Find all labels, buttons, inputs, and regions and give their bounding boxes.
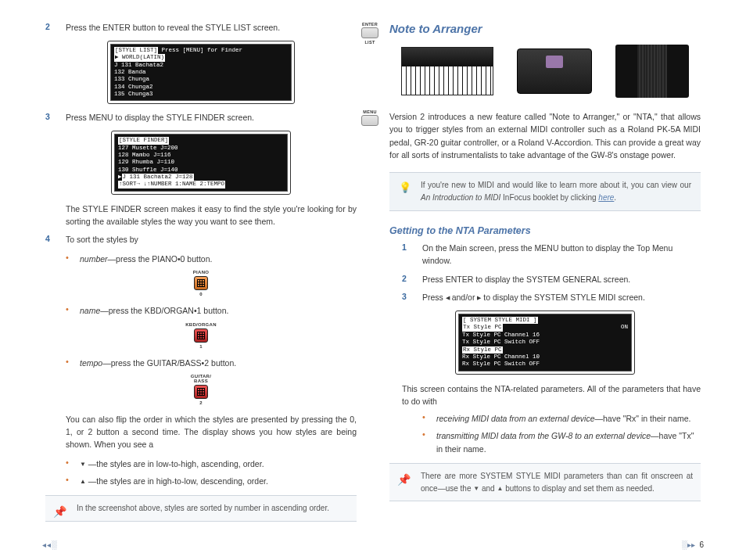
tip-box: 💡 If you're new to MIDI and would like t…: [389, 172, 701, 211]
step-number: 4: [45, 234, 66, 246]
lcd-system-style-midi: [ SYSTEM STYLE MIDI ] Tx Style PC ON Tx …: [455, 311, 635, 375]
bullet-icon: •: [66, 475, 80, 487]
step-text: To sort the styles by: [66, 234, 357, 246]
after-lcd-paragraph: This screen contains the NTA-related par…: [402, 382, 701, 408]
note-text-b: and: [479, 484, 497, 493]
note-text: In the screenshot above, styles are sort…: [77, 504, 329, 512]
step-text: On the Main screen, press the MENU butto…: [422, 242, 701, 267]
nta-step-2: 2 Press ENTER to display the SYSTEM GENE…: [402, 274, 701, 286]
bullet-tx: • transmitting MIDI data from the GW-8 t…: [422, 429, 701, 455]
bullet-icon: •: [422, 429, 436, 455]
pushpin-icon: 📌: [53, 504, 66, 521]
v-accordion-image: [615, 45, 689, 98]
bullet-rx: • receiving MIDI data from an external d…: [422, 412, 701, 425]
tip-text-b: InFocus booklet by clicking: [500, 193, 598, 202]
menu-label: MENU: [357, 109, 383, 114]
menu-button-graphic: MENU: [357, 109, 383, 126]
lcd-content: [STYLE FINDER] 127 Musette J=200 128 Mam…: [114, 134, 288, 192]
flip-paragraph: You can also flip the order in which the…: [66, 413, 357, 451]
bullet-number: • number—press the PIANO•0 button.: [66, 253, 357, 265]
bullet-tempo: • tempo—press the GUITAR/BASS•2 button.: [66, 357, 357, 369]
piano-btn: [194, 276, 208, 290]
gb-num: 2: [45, 400, 357, 405]
kbd-btn: [194, 328, 208, 343]
midi-pedal-image: [401, 47, 493, 95]
finder-paragraph: The STYLE FINDER screen makes it easy to…: [66, 203, 357, 228]
lcd-style-finder: [STYLE FINDER] 127 Musette J=200 128 Mam…: [111, 131, 291, 195]
up-arrow-icon: ▲: [80, 477, 86, 486]
nta-step-3: 3 Press ◀ and/or ▶ to display the SYSTEM…: [402, 292, 701, 304]
step-number: 3: [402, 292, 422, 304]
here-link[interactable]: here: [598, 193, 614, 202]
enter-cap: [361, 27, 378, 38]
lightbulb-icon: 💡: [399, 180, 411, 196]
step-number: 2: [402, 274, 422, 286]
kbd-num: 1: [45, 344, 357, 349]
tip-text-ital: An Introduction to MIDI: [421, 193, 500, 202]
next-page-nav[interactable]: ░▸▸ 6: [682, 540, 704, 549]
bullet-icon: •: [66, 304, 80, 317]
step-number: 2: [45, 22, 66, 34]
page-columns: ENTER LIST MENU 2 Press the ENTER button…: [0, 0, 746, 529]
menu-cap: [361, 115, 378, 126]
step-2: 2 Press the ENTER button to reveal the S…: [45, 22, 357, 34]
step-text: Press the ENTER button to reveal the STY…: [66, 22, 357, 34]
left-column: ENTER LIST MENU 2 Press the ENTER button…: [45, 22, 357, 529]
list-label: LIST: [357, 40, 383, 45]
lcd-content: [ SYSTEM STYLE MIDI ] Tx Style PC ON Tx …: [458, 314, 632, 372]
bullet-icon: •: [66, 357, 80, 369]
down-arrow-icon: ▼: [473, 484, 479, 494]
page-number: 6: [699, 540, 704, 549]
bullet-text: number—press the PIANO•0 button.: [80, 253, 357, 265]
step-text: Press MENU to display the STYLE FINDER s…: [66, 112, 357, 124]
guitar-controller-image: [517, 48, 592, 94]
bullet-text: receiving MIDI data from an external dev…: [436, 412, 701, 425]
piano-label: PIANO: [45, 270, 357, 275]
bullet-ascending: • ▼ —the styles are in low-to-high, asce…: [66, 458, 357, 470]
guitarbass-button-graphic: GUITAR/ BASS 2: [45, 374, 357, 405]
piano-num: 0: [45, 292, 357, 296]
bullet-icon: •: [66, 253, 80, 265]
piano-button-graphic: PIANO 0: [45, 270, 357, 296]
device-images-row: [389, 45, 701, 98]
kbd-button-graphic: KBD/ORGAN 1: [45, 322, 357, 349]
tip-text-c: .: [614, 193, 616, 202]
kbd-label: KBD/ORGAN: [45, 322, 357, 327]
step-number: 3: [45, 112, 66, 124]
enter-button-graphic: ENTER LIST: [357, 22, 383, 45]
subsection-heading: Getting to the NTA Parameters: [389, 225, 701, 236]
bullet-text: ▼ —the styles are in low-to-high, ascend…: [80, 458, 357, 470]
enter-label: ENTER: [357, 22, 383, 27]
note-box-left: 📌 In the screenshot above, styles are so…: [45, 495, 357, 522]
bullet-name: • name—press the KBD/ORGAN•1 button.: [66, 304, 357, 317]
bullet-descending: • ▲ —the styles are in high-to-low, desc…: [66, 475, 357, 487]
lcd-style-list: [STYLE LIST] Press [MENU] for Finder ▶ W…: [107, 41, 295, 105]
step-text: Press ◀ and/or ▶ to display the SYSTEM S…: [422, 292, 701, 304]
lcd-content: [STYLE LIST] Press [MENU] for Finder ▶ W…: [110, 44, 292, 102]
section-heading: Note to Arranger: [389, 22, 701, 35]
bullet-text: transmitting MIDI data from the GW-8 to …: [436, 429, 701, 455]
step-number: 1: [402, 242, 422, 267]
intro-paragraph: Version 2 introduces a new feature calle…: [389, 110, 701, 161]
bullet-icon: •: [66, 458, 80, 470]
step-3: 3 Press MENU to display the STYLE FINDER…: [45, 112, 357, 124]
step-4: 4 To sort the styles by: [45, 234, 357, 246]
bullet-icon: •: [422, 412, 436, 425]
step-text: Press ENTER to display the SYSTEM GENERA…: [422, 274, 701, 286]
note-text-c: buttons to display and set them as neede…: [503, 484, 654, 493]
bullet-text: tempo—press the GUITAR/BASS•2 button.: [80, 357, 357, 369]
down-arrow-icon: ▼: [80, 460, 86, 469]
bullet-text: name—press the KBD/ORGAN•1 button.: [80, 304, 357, 317]
gb-btn: [194, 385, 208, 399]
right-column: Note to Arranger Version 2 introduces a …: [389, 22, 701, 529]
prev-page-nav[interactable]: ◂◂░: [42, 540, 58, 549]
bullet-text: ▲ —the styles are in high-to-low, descen…: [80, 475, 357, 487]
pushpin-icon: 📌: [397, 472, 411, 489]
tip-text-a: If you're new to MIDI and would like to …: [421, 181, 691, 189]
note-box-right: 📌 There are more SYSTEM STYLE MIDI param…: [389, 463, 701, 501]
gb-label-2: BASS: [45, 379, 357, 383]
page-footer: ◂◂░ ░▸▸ 6: [0, 540, 746, 549]
nta-step-1: 1 On the Main screen, press the MENU but…: [402, 242, 701, 267]
